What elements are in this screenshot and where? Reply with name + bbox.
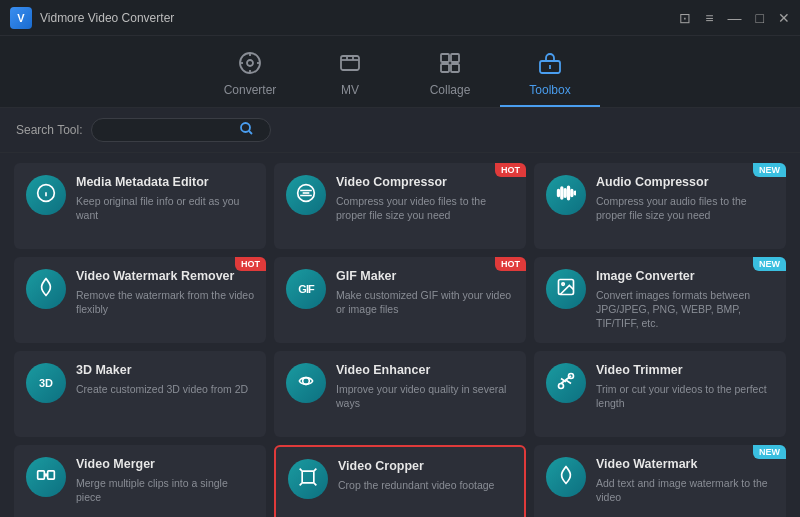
video-watermark-remover-icon xyxy=(36,277,56,302)
svg-rect-32 xyxy=(38,470,45,478)
tool-text-video-watermark-remover: Video Watermark Remover Remove the water… xyxy=(76,269,254,316)
tool-name-audio-compressor: Audio Compressor xyxy=(596,175,774,190)
tool-card-inner: Video Watermark Add text and image water… xyxy=(546,457,774,504)
tool-desc-media-metadata-editor: Keep original file info or edit as you w… xyxy=(76,194,254,222)
tool-card-video-watermark[interactable]: New Video Watermark Add text and image w… xyxy=(534,445,786,517)
tool-card-3d-maker[interactable]: 3D 3D Maker Create customized 3D video f… xyxy=(14,351,266,437)
tab-collage[interactable]: Collage xyxy=(400,43,500,107)
image-converter-icon xyxy=(556,277,576,302)
tool-card-video-trimmer[interactable]: Video Trimmer Trim or cut your videos to… xyxy=(534,351,786,437)
tool-desc-video-compressor: Compress your video files to the proper … xyxy=(336,194,514,222)
video-cropper-icon xyxy=(298,467,318,492)
tool-card-video-enhancer[interactable]: Video Enhancer Improve your video qualit… xyxy=(274,351,526,437)
svg-rect-24 xyxy=(568,186,570,199)
tool-card-video-cropper[interactable]: Video Cropper Crop the redundant video f… xyxy=(274,445,526,517)
badge-audio-compressor: New xyxy=(753,163,786,177)
badge-video-compressor: Hot xyxy=(495,163,526,177)
menu-button[interactable]: ≡ xyxy=(705,11,713,25)
tool-icon-image-converter xyxy=(546,269,586,309)
tool-icon-video-watermark-remover xyxy=(26,269,66,309)
tool-icon-3d-maker: 3D xyxy=(26,363,66,403)
collage-icon xyxy=(438,51,462,79)
tool-icon-video-enhancer xyxy=(286,363,326,403)
search-icon xyxy=(240,122,253,138)
tab-converter-label: Converter xyxy=(224,83,277,97)
tab-mv[interactable]: MV xyxy=(300,43,400,107)
tool-desc-audio-compressor: Compress your audio files to the proper … xyxy=(596,194,774,222)
minimize-button[interactable]: — xyxy=(728,11,742,25)
svg-point-1 xyxy=(247,60,253,66)
mv-icon xyxy=(338,51,362,79)
tool-card-image-converter[interactable]: New Image Converter Convert images forma… xyxy=(534,257,786,343)
tool-card-inner: 3D 3D Maker Create customized 3D video f… xyxy=(26,363,254,403)
badge-video-watermark: New xyxy=(753,445,786,459)
tool-icon-video-merger xyxy=(26,457,66,497)
svg-rect-6 xyxy=(341,56,359,70)
title-bar-left: V Vidmore Video Converter xyxy=(10,7,174,29)
tool-icon-video-trimmer xyxy=(546,363,586,403)
tool-name-media-metadata-editor: Media Metadata Editor xyxy=(76,175,254,190)
tool-card-inner: Video Compressor Compress your video fil… xyxy=(286,175,514,222)
search-bar: Search Tool: xyxy=(0,108,800,153)
tool-name-video-enhancer: Video Enhancer xyxy=(336,363,514,378)
tool-card-inner: Video Merger Merge multiple clips into a… xyxy=(26,457,254,504)
svg-point-30 xyxy=(559,383,564,388)
nav-bar: Converter MV Collage xyxy=(0,36,800,108)
converter-icon xyxy=(238,51,262,79)
badge-image-converter: New xyxy=(753,257,786,271)
tool-desc-3d-maker: Create customized 3D video from 2D xyxy=(76,382,254,396)
tool-card-media-metadata-editor[interactable]: Media Metadata Editor Keep original file… xyxy=(14,163,266,249)
tool-name-gif-maker: GIF Maker xyxy=(336,269,514,284)
tool-name-video-watermark-remover: Video Watermark Remover xyxy=(76,269,254,284)
tool-card-inner: Audio Compressor Compress your audio fil… xyxy=(546,175,774,222)
svg-line-14 xyxy=(249,131,252,134)
tool-text-3d-maker: 3D Maker Create customized 3D video from… xyxy=(76,363,254,396)
tab-converter[interactable]: Converter xyxy=(200,43,300,107)
tool-card-inner: Video Trimmer Trim or cut your videos to… xyxy=(546,363,774,410)
tool-name-video-cropper: Video Cropper xyxy=(338,459,512,474)
tool-card-video-compressor[interactable]: Hot Video Compressor Compress your video… xyxy=(274,163,526,249)
tool-card-gif-maker[interactable]: Hot GIF GIF Maker Make customized GIF wi… xyxy=(274,257,526,343)
tool-text-image-converter: Image Converter Convert images formats b… xyxy=(596,269,774,331)
svg-rect-22 xyxy=(561,187,563,199)
svg-rect-9 xyxy=(441,64,449,72)
video-merger-icon xyxy=(36,465,56,490)
svg-rect-25 xyxy=(571,189,573,196)
tool-card-video-merger[interactable]: Video Merger Merge multiple clips into a… xyxy=(14,445,266,517)
tool-text-video-cropper: Video Cropper Crop the redundant video f… xyxy=(338,459,512,492)
tool-text-video-enhancer: Video Enhancer Improve your video qualit… xyxy=(336,363,514,410)
search-label: Search Tool: xyxy=(16,123,83,137)
chat-button[interactable]: ⊡ xyxy=(679,11,691,25)
3d-icon: 3D xyxy=(39,377,53,389)
svg-rect-7 xyxy=(441,54,449,62)
title-bar: V Vidmore Video Converter ⊡ ≡ — □ ✕ xyxy=(0,0,800,36)
search-input[interactable] xyxy=(104,123,234,137)
tool-name-video-trimmer: Video Trimmer xyxy=(596,363,774,378)
tool-icon-gif-maker: GIF xyxy=(286,269,326,309)
app-icon: V xyxy=(10,7,32,29)
svg-rect-8 xyxy=(451,54,459,62)
tool-card-inner: GIF GIF Maker Make customized GIF with y… xyxy=(286,269,514,316)
tools-grid: Media Metadata Editor Keep original file… xyxy=(0,153,800,517)
tool-name-video-compressor: Video Compressor xyxy=(336,175,514,190)
tool-desc-gif-maker: Make customized GIF with your video or i… xyxy=(336,288,514,316)
tool-icon-video-compressor xyxy=(286,175,326,215)
tool-desc-video-watermark: Add text and image watermark to the vide… xyxy=(596,476,774,504)
tool-card-audio-compressor[interactable]: New Audio Compressor Compress your audio… xyxy=(534,163,786,249)
tool-text-gif-maker: GIF Maker Make customized GIF with your … xyxy=(336,269,514,316)
search-input-wrap[interactable] xyxy=(91,118,271,142)
gif-icon: GIF xyxy=(298,283,313,295)
svg-rect-10 xyxy=(451,64,459,72)
tab-toolbox[interactable]: Toolbox xyxy=(500,43,600,107)
maximize-button[interactable]: □ xyxy=(756,11,764,25)
tool-text-media-metadata-editor: Media Metadata Editor Keep original file… xyxy=(76,175,254,222)
tool-desc-video-trimmer: Trim or cut your videos to the perfect l… xyxy=(596,382,774,410)
audio-compressor-icon xyxy=(556,183,576,208)
tool-text-video-compressor: Video Compressor Compress your video fil… xyxy=(336,175,514,222)
tool-text-video-trimmer: Video Trimmer Trim or cut your videos to… xyxy=(596,363,774,410)
tool-card-video-watermark-remover[interactable]: Hot Video Watermark Remover Remove the w… xyxy=(14,257,266,343)
close-button[interactable]: ✕ xyxy=(778,11,790,25)
toolbox-icon xyxy=(538,51,562,79)
tool-text-video-watermark: Video Watermark Add text and image water… xyxy=(596,457,774,504)
video-enhancer-icon xyxy=(296,371,316,396)
